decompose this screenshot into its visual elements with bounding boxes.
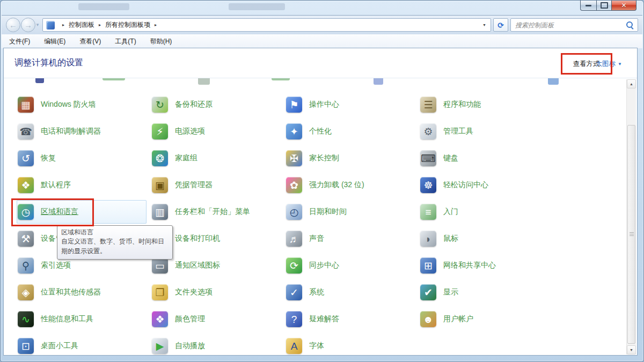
control-panel-item[interactable]: ❂ 家庭组 — [151, 145, 285, 172]
close-icon: ✕ — [621, 2, 626, 9]
address-bar[interactable]: ▸ 控制面板 ▸ 所有控制面板项 ▸ ▼ — [42, 18, 491, 32]
control-panel-item[interactable]: ◷ 区域和语言 — [17, 200, 147, 224]
control-panel-item[interactable]: ▦ Windows 防火墙 — [17, 91, 151, 118]
control-panel-item[interactable]: ☰ 程序和功能 — [419, 91, 553, 118]
control-panel-item[interactable]: ∿ 性能信息和工具 — [17, 306, 151, 333]
menu-edit[interactable]: 编辑(E) — [44, 37, 65, 46]
control-panel-item[interactable]: ≡ 入门 — [419, 198, 553, 225]
item-label: 字体 — [309, 341, 324, 351]
breadcrumb-control-panel[interactable]: 控制面板 — [69, 20, 94, 29]
clipped-row-fragment — [35, 78, 44, 83]
item-label: 同步中心 — [309, 261, 339, 270]
back-button[interactable]: ← — [6, 18, 20, 32]
window-controls: ✕ — [580, 1, 636, 11]
minimize-icon — [586, 5, 591, 6]
control-panel-item[interactable]: ⟳ 同步中心 — [285, 252, 419, 279]
control-panel-item[interactable]: ✠ 家长控制 — [285, 145, 419, 172]
client-area: 调整计算机的设置 查看方式: 大图标▼ ▦ Windows 防火墙 ↻ 备份和还… — [4, 48, 637, 355]
menu-file[interactable]: 文件(F) — [9, 37, 30, 46]
powerful-uninstall-icon: ✿ — [286, 177, 302, 193]
control-panel-item[interactable]: ✿ 强力卸载 (32 位) — [285, 172, 419, 198]
tooltip: 区域和语言 自定义语言、数字、货币、时间和日期的显示设置。 — [57, 225, 173, 260]
item-label: 区域和语言 — [41, 207, 78, 217]
control-panel-item[interactable]: ◗ 鼠标 — [419, 225, 553, 252]
control-panel-item[interactable]: ♬ 声音 — [285, 225, 419, 252]
control-panel-item[interactable]: A 字体 — [285, 333, 419, 355]
troubleshooting-icon: ? — [286, 311, 302, 327]
control-panel-item[interactable]: ⌨ 键盘 — [419, 145, 553, 172]
control-panel-item[interactable]: ↻ 备份和还原 — [151, 91, 285, 118]
control-panel-item[interactable]: ◈ 位置和其他传感器 — [17, 279, 151, 306]
maximize-button[interactable] — [596, 1, 612, 11]
refresh-button[interactable]: ⟳ — [493, 18, 508, 32]
breadcrumb-arrow-icon: ▸ — [62, 23, 64, 27]
item-label: 文件夹选项 — [175, 287, 213, 297]
item-label: 轻松访问中心 — [443, 180, 488, 190]
control-panel-item[interactable]: ☸ 轻松访问中心 — [419, 172, 553, 198]
control-panel-icon — [46, 21, 55, 29]
tooltip-body: 自定义语言、数字、货币、时间和日期的显示设置。 — [61, 237, 169, 256]
default-programs-icon: ❖ — [18, 177, 34, 193]
item-label: 程序和功能 — [443, 100, 481, 109]
control-panel-item[interactable]: ✦ 个性化 — [285, 118, 419, 145]
control-panel-item[interactable]: ✔ 显示 — [419, 279, 553, 306]
navigation-bar: ← → ▼ ▸ 控制面板 ▸ 所有控制面板项 ▸ ▼ ⟳ — [2, 15, 642, 35]
control-panel-item[interactable]: ☻ 用户帐户 — [419, 306, 553, 333]
control-panel-item[interactable]: ? 疑难解答 — [285, 306, 419, 333]
control-panel-item[interactable]: ❖ 颜色管理 — [151, 306, 285, 333]
item-label: 声音 — [309, 234, 324, 243]
item-label: 默认程序 — [41, 180, 71, 190]
control-panel-item[interactable]: ⚑ 操作中心 — [285, 91, 419, 118]
control-panel-item[interactable]: ❖ 默认程序 — [17, 172, 151, 198]
menu-tools[interactable]: 工具(T) — [115, 37, 136, 46]
scroll-up-button[interactable]: ▲ — [627, 79, 636, 88]
control-panel-item[interactable]: ⊞ 网络和共享中心 — [419, 252, 553, 279]
action-center-icon: ⚑ — [286, 97, 302, 113]
device-manager-icon: ⚒ — [18, 231, 34, 247]
getting-started-icon: ≡ — [420, 204, 436, 220]
item-label: 显示 — [443, 287, 458, 297]
region-language-icon: ◷ — [18, 204, 34, 220]
control-panel-item[interactable]: ✓ 系统 — [285, 279, 419, 306]
menu-view[interactable]: 查看(V) — [79, 37, 101, 46]
recovery-icon: ↺ — [18, 150, 34, 166]
address-dropdown-icon[interactable]: ▼ — [481, 23, 487, 27]
control-panel-item[interactable]: ▶ 自动播放 — [151, 333, 285, 355]
menu-help[interactable]: 帮助(H) — [150, 37, 172, 46]
minimize-button[interactable] — [580, 1, 596, 11]
control-panel-item[interactable]: ❐ 文件夹选项 — [151, 279, 285, 306]
control-panel-item[interactable]: ⚙ 管理工具 — [419, 118, 553, 145]
control-panel-item[interactable]: ◴ 日期和时间 — [285, 198, 419, 225]
notification-area-icons-icon: ▭ — [152, 257, 168, 274]
control-panel-item[interactable]: ▥ 任务栏和「开始」菜单 — [151, 198, 285, 225]
recent-pages-icon[interactable]: ▼ — [35, 23, 40, 27]
titlebar-ghost — [78, 3, 129, 10]
breadcrumb-all-items[interactable]: 所有控制面板项 — [105, 20, 150, 29]
control-panel-item[interactable]: ↺ 恢复 — [17, 145, 151, 172]
scroll-down-button[interactable]: ▼ — [627, 345, 636, 354]
item-label: 位置和其他传感器 — [41, 287, 101, 297]
phone-modem-icon: ☎ — [18, 123, 34, 139]
close-button[interactable]: ✕ — [612, 1, 636, 11]
control-panel-item[interactable]: ☎ 电话和调制解调器 — [17, 118, 151, 145]
personalization-icon: ✦ — [286, 123, 302, 139]
clipped-row-fragment — [103, 78, 125, 80]
scrollbar[interactable]: ▲ ▼ — [626, 79, 636, 354]
control-panel-item[interactable]: ⊡ 桌面小工具 — [17, 333, 151, 355]
control-panel-item[interactable]: ▣ 凭据管理器 — [151, 172, 285, 198]
parental-controls-icon: ✠ — [286, 150, 302, 166]
scrollbar-grip-icon — [630, 232, 634, 237]
forward-button[interactable]: → — [21, 18, 35, 32]
view-by-dropdown[interactable]: 大图标▼ — [596, 60, 622, 69]
item-label: 个性化 — [309, 127, 332, 136]
control-panel-item[interactable]: ⚡ 电源选项 — [151, 118, 285, 145]
item-label: 疑难解答 — [309, 314, 339, 324]
tooltip-title: 区域和语言 — [61, 228, 169, 237]
clipped-row-fragment — [548, 78, 559, 85]
system-icon: ✓ — [286, 284, 302, 300]
maximize-icon — [601, 2, 608, 9]
scrollbar-thumb[interactable] — [627, 125, 635, 344]
item-label: 索引选项 — [41, 261, 71, 270]
search-input[interactable] — [511, 21, 625, 29]
ease-of-access-center-icon: ☸ — [420, 177, 436, 193]
